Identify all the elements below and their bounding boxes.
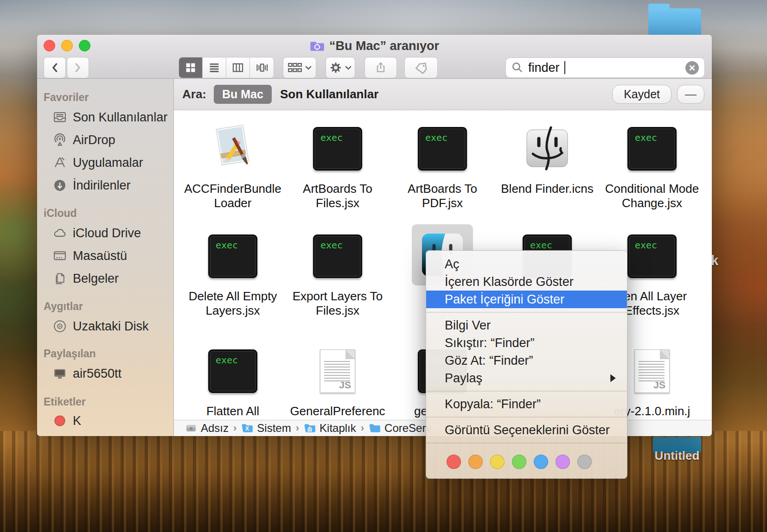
search-icon bbox=[511, 62, 524, 74]
save-search-button[interactable]: Kaydet bbox=[612, 85, 671, 104]
view-list-button[interactable] bbox=[203, 57, 226, 78]
search-input[interactable]: finder bbox=[505, 57, 705, 78]
sidebar-item-air5650tt[interactable]: air5650tt bbox=[53, 364, 121, 383]
forward-button[interactable] bbox=[67, 57, 89, 78]
tag-button[interactable] bbox=[404, 57, 438, 78]
arrange-icon bbox=[288, 62, 302, 73]
arrange-button[interactable] bbox=[283, 57, 316, 78]
path-item-kitaplik[interactable]: Kitaplık bbox=[304, 422, 356, 435]
exec-icon: exec bbox=[208, 349, 257, 393]
file-flatten-all[interactable]: exec Flatten All bbox=[180, 347, 285, 418]
coverflow-view-icon bbox=[256, 62, 268, 74]
view-grid-button[interactable] bbox=[179, 57, 203, 78]
file-generalpreferenc[interactable]: JS GeneralPreferenc bbox=[285, 347, 390, 418]
red-tag-icon bbox=[53, 414, 67, 428]
desktop-icon bbox=[53, 249, 67, 263]
sidebar-item-label: K bbox=[73, 414, 81, 428]
sidebar-item-downloads[interactable]: İndirilenler bbox=[53, 176, 131, 195]
file-accfinderbundle-loader[interactable]: ACCFinderBundle Loader bbox=[180, 124, 285, 210]
tag-yellow[interactable] bbox=[490, 455, 505, 469]
sidebar: Favoriler Son Kullanılanlar AirDrop bbox=[37, 79, 174, 436]
path-item-sistem[interactable]: X Sistem bbox=[241, 422, 291, 435]
view-coverflow-button[interactable] bbox=[250, 57, 274, 78]
clear-search-button[interactable] bbox=[685, 61, 699, 75]
file-artboards-to-pdf[interactable]: exec ArtBoards To PDF.jsx bbox=[390, 124, 495, 210]
tag-orange[interactable] bbox=[468, 455, 483, 469]
close-button[interactable] bbox=[44, 40, 55, 51]
file-export-layers-to-files[interactable]: exec Export Layers To Files.jsx bbox=[285, 232, 390, 318]
file-artboards-to-files[interactable]: exec ArtBoards To Files.jsx bbox=[285, 124, 390, 210]
sidebar-item-applications[interactable]: Uygulamalar bbox=[53, 153, 143, 172]
titlebar[interactable]: “Bu Mac” aranıyor bbox=[37, 35, 712, 79]
scope-label: Ara: bbox=[182, 87, 206, 101]
menu-separator bbox=[426, 443, 627, 443]
menu-item-open[interactable]: Aç bbox=[426, 255, 627, 273]
tag-green[interactable] bbox=[512, 455, 526, 469]
menu-item-copy[interactable]: Kopyala: “Finder” bbox=[426, 395, 627, 413]
sidebar-item-recents[interactable]: Son Kullanılanlar bbox=[53, 108, 167, 127]
sidebar-item-red-tag[interactable]: K bbox=[53, 412, 81, 430]
file-label-line2: PDF.jsx bbox=[390, 196, 495, 210]
path-item-coreservices[interactable]: CoreServ bbox=[369, 422, 431, 435]
text-cursor bbox=[564, 61, 565, 74]
downloads-icon bbox=[53, 178, 67, 192]
window-title: “Bu Mac” aranıyor bbox=[37, 39, 712, 53]
sidebar-item-label: Uygulamalar bbox=[73, 156, 143, 170]
path-item-label: Adsız bbox=[201, 422, 229, 435]
collapse-criteria-button[interactable]: — bbox=[677, 85, 704, 104]
sidebar-item-desktop[interactable]: Masaüstü bbox=[53, 247, 127, 265]
submenu-arrow-icon bbox=[609, 374, 617, 383]
view-columns-button[interactable] bbox=[226, 57, 250, 78]
menu-item-quick-look[interactable]: Göz At: “Finder” bbox=[426, 352, 627, 369]
tag-purple[interactable] bbox=[556, 455, 570, 469]
tag-gray[interactable] bbox=[577, 455, 592, 469]
back-button[interactable] bbox=[44, 57, 66, 78]
sidebar-section-devices: Aygıtlar bbox=[44, 299, 83, 313]
context-menu: Aç İçeren Klasörde Göster Paket İçeriğin… bbox=[426, 250, 627, 479]
sidebar-item-icloud-drive[interactable]: iCloud Drive bbox=[53, 224, 141, 242]
file-delete-all-empty-layers[interactable]: exec Delete All Empty Layers.jsx bbox=[180, 232, 285, 318]
menu-item-compress[interactable]: Sıkıştır: “Finder” bbox=[426, 334, 627, 352]
menu-item-get-info[interactable]: Bilgi Ver bbox=[426, 317, 627, 334]
tag-color-row bbox=[426, 447, 627, 474]
applications-icon bbox=[53, 156, 67, 170]
minimize-button[interactable] bbox=[61, 40, 73, 51]
app-bundle-icon bbox=[207, 124, 258, 171]
js-badge: JS bbox=[339, 380, 351, 391]
exec-icon: exec bbox=[313, 127, 362, 171]
tag-icon bbox=[414, 62, 428, 74]
smart-folder-icon bbox=[310, 40, 325, 52]
desktop-clipped-label: k bbox=[711, 253, 718, 268]
sidebar-item-documents[interactable]: Belgeler bbox=[53, 269, 119, 288]
sidebar-section-favorites: Favoriler bbox=[44, 90, 89, 104]
file-blend-finder-icns[interactable]: Blend Finder.icns bbox=[495, 124, 600, 196]
action-button[interactable] bbox=[326, 57, 355, 78]
chevron-down-icon bbox=[305, 65, 312, 70]
menu-item-show-view-options[interactable]: Görüntü Seçeneklerini Göster bbox=[426, 421, 627, 439]
tag-blue[interactable] bbox=[534, 455, 548, 469]
chevron-right-icon bbox=[74, 62, 82, 73]
svg-text:X: X bbox=[245, 425, 249, 432]
folder-library-icon bbox=[304, 423, 316, 434]
disk-icon bbox=[185, 423, 197, 434]
menu-item-show-package-contents[interactable]: Paket İçeriğini Göster bbox=[426, 291, 627, 308]
sidebar-section-tags: Etiketler bbox=[44, 395, 86, 409]
sidebar-item-airdrop[interactable]: AirDrop bbox=[53, 131, 115, 149]
file-label-line2: Layers.jsx bbox=[180, 304, 285, 318]
tag-red[interactable] bbox=[447, 455, 461, 469]
path-item-adsiz[interactable]: Adsız bbox=[185, 422, 229, 435]
menu-item-share[interactable]: Paylaş bbox=[426, 369, 627, 387]
chevron-left-icon bbox=[51, 62, 59, 73]
sidebar-item-remote-disc[interactable]: Uzaktaki Disk bbox=[53, 317, 149, 336]
exec-icon: exec bbox=[418, 127, 467, 171]
path-separator: › bbox=[233, 422, 236, 434]
scope-recents[interactable]: Son Kullanılanlar bbox=[280, 87, 378, 101]
scope-this-mac[interactable]: Bu Mac bbox=[214, 85, 272, 104]
file-label-line2: Files.jsx bbox=[285, 196, 390, 210]
menu-item-show-in-enclosing-folder[interactable]: İçeren Klasörde Göster bbox=[426, 273, 627, 291]
share-button[interactable] bbox=[364, 57, 397, 78]
list-view-icon bbox=[208, 62, 220, 74]
zoom-button[interactable] bbox=[79, 40, 90, 51]
file-conditional-mode-change[interactable]: exec Conditional Mode Change.jsx bbox=[600, 124, 704, 210]
file-label-line1: GeneralPreferenc bbox=[285, 404, 390, 418]
